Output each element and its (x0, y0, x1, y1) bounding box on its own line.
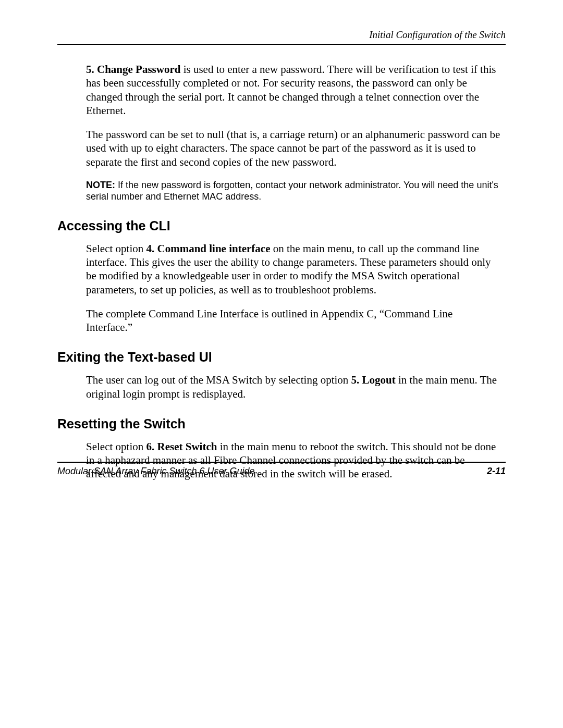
exiting-p1-a: The user can log out of the MSA Switch b… (86, 374, 351, 386)
page-number: 2-11 (487, 466, 506, 477)
heading-exiting-ui: Exiting the Text-based UI (57, 350, 506, 365)
footer-rule (57, 462, 506, 463)
heading-accessing-cli: Accessing the CLI (57, 218, 506, 233)
section-accessing-cli: Select option 4. Command line interface … (86, 242, 500, 335)
note-text: If the new password is forgotten, contac… (86, 180, 498, 202)
change-password-p2: The password can be set to null (that is… (86, 128, 500, 169)
section-change-password: 5. Change Password is used to enter a ne… (86, 63, 500, 203)
heading-resetting-switch: Resetting the Switch (57, 416, 506, 431)
note-label: NOTE: (86, 180, 115, 190)
cli-p1-a: Select option (86, 242, 146, 255)
page: Initial Configuration of the Switch 5. C… (0, 0, 563, 728)
section-exiting-ui: The user can log out of the MSA Switch b… (86, 373, 500, 401)
running-header: Initial Configuration of the Switch (57, 29, 506, 45)
change-password-lead: 5. Change Password (86, 63, 180, 76)
cli-p2: The complete Command Line Interface is o… (86, 307, 500, 335)
exiting-p1-bold: 5. Logout (351, 374, 396, 386)
exiting-p1: The user can log out of the MSA Switch b… (86, 373, 500, 401)
cli-p1: Select option 4. Command line interface … (86, 242, 500, 297)
cli-p1-bold: 4. Command line interface (146, 242, 270, 255)
resetting-p1-bold: 6. Reset Switch (146, 440, 217, 453)
page-footer: Modular SAN Array Fabric Switch 6 User G… (57, 462, 506, 477)
change-password-note: NOTE: If the new password is forgotten, … (86, 179, 500, 203)
change-password-p1: 5. Change Password is used to enter a ne… (86, 63, 500, 117)
footer-title: Modular SAN Array Fabric Switch 6 User G… (57, 466, 254, 477)
resetting-p1-a: Select option (86, 440, 146, 453)
footer-row: Modular SAN Array Fabric Switch 6 User G… (57, 466, 506, 477)
